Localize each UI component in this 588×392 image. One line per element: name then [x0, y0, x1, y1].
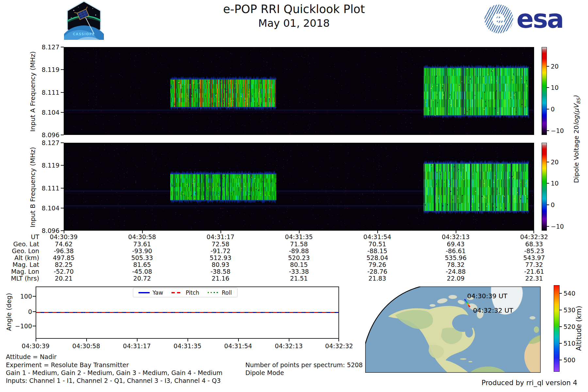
- ephem-cell: -88.15: [351, 247, 403, 254]
- ephem-cell: -45.08: [116, 268, 168, 275]
- legend-label-yaw: Yaw: [153, 289, 163, 296]
- colorbar-b-tick: 20: [551, 158, 559, 166]
- angle-ytick: 0: [13, 308, 32, 315]
- esa-logo-text: esa: [516, 6, 563, 32]
- angle-xtick: 04:30:58: [65, 342, 107, 350]
- ephem-cell: 528.04: [351, 254, 403, 261]
- ephem-cell: 73.61: [116, 240, 168, 248]
- cassiope-mission-patch: CASSIOPE: [64, 1, 104, 40]
- ephem-cell: 20.21: [38, 275, 90, 282]
- colorbar-label-plain: Dipole Voltage 20: [572, 125, 580, 183]
- ephem-cell: -28.76: [351, 268, 403, 275]
- ephem-cell: 22.09: [430, 275, 482, 282]
- ephem-cell: 70.51: [351, 240, 403, 248]
- roll-line-sample: [208, 292, 219, 293]
- ephem-cell: 20.72: [116, 275, 168, 282]
- panel-b-ytick: 8.104: [39, 204, 59, 212]
- angle-xtick: 04:32:13: [268, 342, 310, 350]
- cassiope-label: CASSIOPE: [73, 32, 95, 36]
- ephem-cell: 77.32: [508, 261, 560, 268]
- ephem-cell: 72.58: [194, 240, 247, 248]
- ephem-cell: 79.26: [351, 261, 403, 268]
- ephem-cell: -91.72: [194, 247, 247, 254]
- ephem-cell: 04:31:17: [194, 233, 247, 240]
- colorbar-a-tick: 20: [551, 63, 559, 70]
- ephem-cell: 78.32: [430, 261, 482, 268]
- colorbar-label-close: ): [572, 96, 580, 98]
- credit-text: Produced by rri_ql version 4: [447, 379, 577, 387]
- row-label-alt: Alt (km): [3, 254, 39, 261]
- esa-logo: e esa: [484, 5, 563, 33]
- angle-ylabel: Angle (deg): [5, 279, 13, 345]
- panel-a-ytick: 8.127: [39, 43, 59, 51]
- row-label-geolon: Geo. Lon: [3, 247, 39, 254]
- legend-item-yaw: Yaw: [139, 289, 163, 296]
- colorbar-b-tick: 0: [551, 201, 555, 208]
- ephem-cell: 81.65: [116, 261, 168, 268]
- pitch-line: [36, 312, 338, 313]
- angle-xtick: 04:32:32: [318, 342, 360, 350]
- ephem-cell: -52.70: [38, 268, 90, 275]
- angle-xtick: 04:30:39: [14, 342, 57, 350]
- ephem-cell: 497.85: [38, 254, 90, 261]
- map-end-time-label: 04:32:32 UT: [473, 306, 514, 314]
- ephem-cell: 04:31:54: [351, 233, 403, 240]
- ephem-cell: 520.23: [273, 254, 325, 261]
- ephem-cell: 505.33: [116, 254, 168, 261]
- ephem-cell: -85.23: [508, 247, 560, 254]
- angle-ytick: 100: [13, 293, 32, 300]
- colorbar-a-tick: −10: [551, 127, 564, 134]
- panel-a-ytick: 8.111: [39, 89, 59, 96]
- ephem-cell: 68.33: [508, 240, 560, 248]
- ephem-cell: 04:32:32: [508, 233, 560, 240]
- ephem-cell: -21.61: [508, 268, 560, 275]
- colorbar-label-sub: BS: [576, 98, 581, 104]
- colorbar-shared-label: Dipole Voltage 20log(μVBS): [572, 41, 581, 237]
- colorbar-a-tick: 0: [551, 106, 555, 113]
- colorbar-panel-b: [542, 143, 547, 231]
- panel-a-ylabel: Input A Frequency (MHz): [29, 42, 37, 140]
- ephem-cell: -33.38: [273, 268, 325, 275]
- ephem-cell: 71.58: [273, 240, 325, 248]
- panel-a-ytick: 8.119: [39, 66, 59, 73]
- colorbar-b-tick: −10: [551, 223, 564, 230]
- ephem-cell: -86.61: [430, 247, 482, 254]
- row-label-maglon: Mag. Lon: [3, 268, 39, 275]
- ephem-cell: 69.43: [430, 240, 482, 248]
- ephem-cell: 80.93: [194, 261, 247, 268]
- ephem-cell: 21.83: [351, 275, 403, 282]
- info-dipole-mode: Dipole Mode: [245, 369, 284, 376]
- altitude-colorbar-label: Altitude (km): [575, 296, 583, 361]
- ephem-cell: 80.15: [273, 261, 325, 268]
- legend-item-roll: Roll: [208, 289, 232, 296]
- row-label-geolat: Geo. Lat: [3, 240, 39, 248]
- colorbar-label-math: log(μV: [572, 104, 580, 125]
- angle-xtick: 04:31:17: [116, 342, 158, 350]
- ephem-cell: 04:32:13: [430, 233, 482, 240]
- altitude-colorbar: [554, 285, 560, 372]
- map-start-time-label: 04:30:39 UT: [467, 292, 508, 300]
- ephem-cell: 04:30:39: [38, 233, 90, 240]
- row-label-maglat: Mag. Lat: [3, 261, 39, 268]
- alt-tick: 530: [564, 306, 575, 314]
- legend-label-pitch: Pitch: [186, 289, 199, 296]
- ephem-cell: 535.96: [430, 254, 482, 261]
- spectrogram-panel-a: [64, 47, 534, 135]
- ground-track-map: 04:30:39 UT 04:32:32 UT: [365, 286, 541, 373]
- ephem-cell: -93.90: [116, 247, 168, 254]
- panel-b-ytick: 8.119: [39, 162, 59, 169]
- ephem-cell: 543.97: [508, 254, 560, 261]
- legend-item-pitch: Pitch: [172, 289, 199, 296]
- page-title: e-POP RRI Quicklook Plot: [131, 3, 457, 16]
- panel-b-ylabel: Input B Frequency (MHz): [29, 138, 37, 236]
- ephem-cell: 22.31: [508, 275, 560, 282]
- angle-legend: Yaw Pitch Roll: [133, 288, 237, 297]
- ephem-cell: 512.93: [194, 254, 247, 261]
- alt-tick: 510: [564, 340, 575, 347]
- quicklook-figure: CASSIOPE e-POP RRI Quicklook Plot May 01…: [0, 0, 588, 392]
- colorbar-b-tick: 10: [551, 180, 559, 187]
- legend-label-roll: Roll: [222, 289, 232, 296]
- ephem-cell: 82.25: [38, 261, 90, 268]
- panel-a-ytick: 8.096: [39, 131, 59, 139]
- info-num-points: Number of points per spectrum: 5208: [245, 361, 363, 368]
